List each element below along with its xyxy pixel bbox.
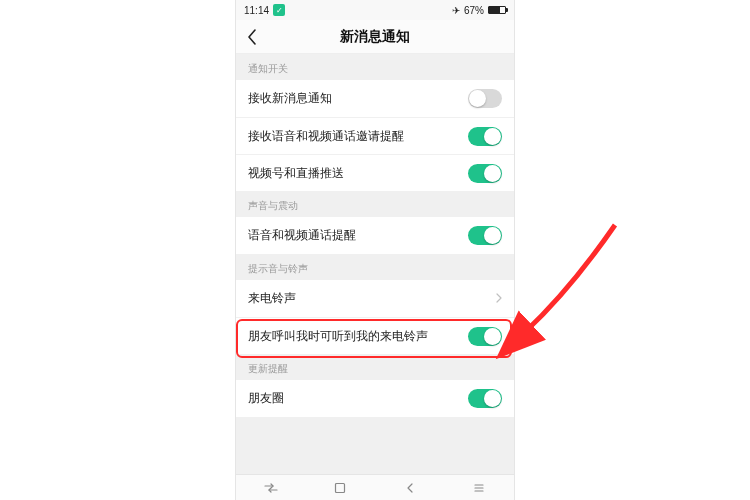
toggle-receive-av-invite[interactable] bbox=[468, 127, 502, 146]
menu-icon[interactable] bbox=[472, 481, 486, 495]
back-button[interactable] bbox=[242, 27, 262, 47]
chevron-left-icon bbox=[247, 29, 257, 45]
battery-icon bbox=[488, 6, 506, 14]
row-label: 视频号和直播推送 bbox=[248, 165, 468, 182]
toggle-moments[interactable] bbox=[468, 389, 502, 408]
phone-frame: 11:14 ✓ ✈︎ 67% 新消息通知 通知开关 接收新消息通知 bbox=[235, 0, 515, 500]
recent-apps-icon[interactable] bbox=[264, 481, 278, 495]
row-av-call-alert[interactable]: 语音和视频通话提醒 bbox=[236, 217, 514, 254]
toggle-receive-new-msg[interactable] bbox=[468, 89, 502, 108]
airplane-mode-icon: ✈︎ bbox=[452, 5, 460, 16]
system-nav-bar bbox=[236, 474, 514, 500]
row-incoming-ringtone[interactable]: 来电铃声 bbox=[236, 280, 514, 317]
status-app-badge-icon: ✓ bbox=[273, 4, 285, 16]
row-moments[interactable]: 朋友圈 bbox=[236, 380, 514, 417]
settings-list: 通知开关 接收新消息通知 接收语音和视频通话邀请提醒 视频号和直播推送 声音与震… bbox=[236, 54, 514, 474]
section-header-sound-vibration: 声音与震动 bbox=[236, 191, 514, 217]
row-label: 朋友呼叫我时可听到我的来电铃声 bbox=[248, 329, 468, 343]
section-header-update-alert: 更新提醒 bbox=[236, 354, 514, 380]
row-receive-new-msg[interactable]: 接收新消息通知 bbox=[236, 80, 514, 117]
toggle-av-call-alert[interactable] bbox=[468, 226, 502, 245]
page-title: 新消息通知 bbox=[340, 28, 410, 46]
row-label: 语音和视频通话提醒 bbox=[248, 227, 468, 244]
status-bar: 11:14 ✓ ✈︎ 67% bbox=[236, 0, 514, 20]
row-label: 接收新消息通知 bbox=[248, 90, 468, 107]
chevron-right-icon bbox=[496, 292, 502, 306]
home-icon[interactable] bbox=[333, 481, 347, 495]
row-label: 接收语音和视频通话邀请提醒 bbox=[248, 129, 468, 143]
toggle-friend-hear-ringtone[interactable] bbox=[468, 327, 502, 346]
row-friend-hear-ringtone[interactable]: 朋友呼叫我时可听到我的来电铃声 bbox=[236, 317, 514, 354]
row-video-channel-push[interactable]: 视频号和直播推送 bbox=[236, 154, 514, 191]
battery-pct: 67% bbox=[464, 5, 484, 16]
row-label: 朋友圈 bbox=[248, 390, 468, 407]
svg-rect-0 bbox=[336, 483, 345, 492]
section-header-notify-switch: 通知开关 bbox=[236, 54, 514, 80]
status-time: 11:14 bbox=[244, 5, 269, 16]
back-nav-icon[interactable] bbox=[403, 481, 417, 495]
nav-bar: 新消息通知 bbox=[236, 20, 514, 54]
toggle-video-channel-push[interactable] bbox=[468, 164, 502, 183]
row-label: 来电铃声 bbox=[248, 290, 496, 307]
section-header-ringtone: 提示音与铃声 bbox=[236, 254, 514, 280]
row-receive-av-invite[interactable]: 接收语音和视频通话邀请提醒 bbox=[236, 117, 514, 154]
